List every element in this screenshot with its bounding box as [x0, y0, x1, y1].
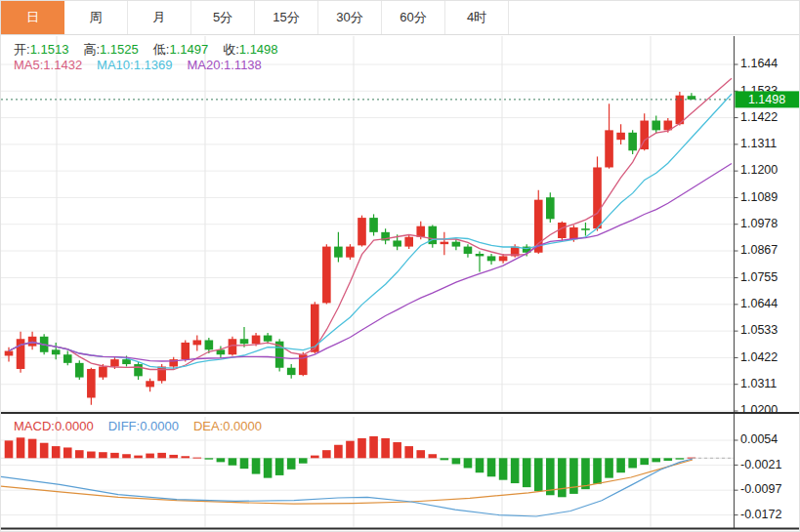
candle-body [181, 343, 189, 359]
macd-histogram-bar [287, 458, 296, 470]
price-axis-label: 1.0755 [740, 270, 778, 284]
macd-histogram-bar [346, 441, 355, 459]
macd-histogram-bar [452, 458, 461, 464]
ohlc-label: 高: [83, 42, 100, 57]
macd-histogram-bar [52, 446, 61, 458]
macd-value: 0.0000 [55, 419, 94, 433]
bottom-border [1, 528, 800, 530]
candle-body [476, 254, 484, 256]
last-price-badge-value: 1.1498 [748, 93, 785, 106]
macd-histogram-bar [240, 458, 249, 469]
macd-histogram-bar [217, 458, 226, 462]
ma-label: MA10: [97, 58, 134, 72]
pane-separator [1, 412, 800, 414]
macd-histogram-bar [487, 458, 496, 476]
candle-body [5, 351, 14, 356]
candle-body [441, 242, 449, 244]
macd-histogram-bar [275, 458, 284, 475]
macd-histogram-bar [676, 458, 685, 459]
candle-body [146, 381, 154, 387]
ohlc-item: 高:1.1525 [83, 42, 138, 57]
tab-5分[interactable]: 5分 [191, 1, 255, 34]
candle-body [487, 256, 496, 261]
macd-label: DEA: [193, 419, 223, 433]
tab-月[interactable]: 月 [128, 1, 191, 34]
macd-histogram-bar [616, 458, 625, 472]
tab-30分[interactable]: 30分 [318, 1, 382, 34]
macd-histogram-bar [17, 437, 25, 458]
ohlc-value: 1.1513 [30, 42, 69, 57]
candle-body [99, 367, 107, 378]
candle-body [52, 349, 61, 354]
macd-histogram-bar [381, 438, 390, 458]
macd-histogram-bar [5, 440, 14, 458]
candle-body [17, 339, 25, 369]
candle-body [628, 133, 637, 150]
macd-histogram-bar [40, 443, 49, 459]
candlestick-chart-app: 日周月5分15分30分60分4时 1.16441.15331.14221.131… [0, 0, 800, 532]
price-axis-label: 1.0978 [740, 217, 778, 230]
candle-body [75, 363, 84, 378]
candle-body [546, 197, 555, 219]
macd-histogram-bar [63, 447, 72, 458]
ma-item: MA20:1.1138 [187, 58, 261, 72]
macd-axis-label: 0.0054 [740, 432, 778, 446]
candle-body [63, 354, 72, 363]
macd-histogram-bar [534, 458, 543, 491]
ohlc-item: 开:1.1513 [14, 42, 68, 57]
macd-histogram-bar [110, 453, 119, 458]
tab-4时[interactable]: 4时 [445, 1, 509, 34]
macd-histogram-bar [569, 458, 578, 494]
macd-histogram-bar [311, 456, 319, 459]
tab-60分[interactable]: 60分 [382, 1, 445, 34]
macd-axis-label: -0.0097 [740, 482, 781, 496]
macd-axis-label: -0.0021 [740, 458, 781, 471]
candle-body [322, 247, 331, 304]
tab-日[interactable]: 日 [1, 1, 64, 34]
price-axis-label: 1.0533 [740, 323, 778, 337]
price-axis-label: 1.0422 [740, 350, 778, 364]
ohlc-label: 低: [153, 42, 170, 57]
candle-body [605, 130, 613, 167]
ohlc-legend: 开:1.1513高:1.1525低:1.1497收:1.1498 [14, 41, 293, 59]
macd-histogram-bar [476, 458, 484, 472]
macd-histogram-bar [134, 456, 143, 459]
candle-body [652, 121, 660, 131]
macd-histogram-bar [181, 456, 189, 458]
candle-body [157, 367, 166, 382]
macd-histogram-bar [146, 454, 154, 459]
tab-15分[interactable]: 15分 [255, 1, 318, 34]
macd-label: MACD: [14, 419, 55, 433]
macd-histogram-bar [499, 458, 508, 479]
candle-body [240, 339, 249, 344]
tab-周[interactable]: 周 [64, 1, 128, 34]
price-axis-label: 1.0200 [740, 403, 778, 417]
candle-body [358, 218, 366, 245]
candle-body [252, 336, 261, 345]
ohlc-label: 开: [14, 42, 30, 57]
ma-item: MA10:1.1369 [97, 58, 172, 72]
candle-body [205, 340, 214, 349]
macd-value: 0.0000 [140, 419, 179, 433]
macd-item: DEA:0.0000 [193, 419, 262, 433]
price-macd-chart[interactable]: 1.16441.15331.14221.13111.12001.10891.09… [1, 1, 800, 532]
ma-item: MA5:1.1432 [14, 58, 82, 72]
macd-histogram-bar [99, 452, 107, 458]
ma-label: MA20: [187, 58, 224, 72]
candle-body [616, 133, 625, 140]
macd-item: DIFF:0.0000 [108, 419, 179, 433]
macd-histogram-bar [581, 458, 590, 489]
candle-body [404, 237, 413, 247]
candle-body [134, 364, 143, 376]
macd-histogram-bar [169, 455, 178, 458]
macd-histogram-bar [464, 458, 473, 468]
candle-body [581, 228, 590, 230]
macd-histogram-bar [404, 446, 413, 458]
macd-histogram-bar [157, 453, 166, 458]
macd-histogram-bar [558, 458, 567, 497]
candle-body [452, 242, 461, 247]
macd-histogram-bar [193, 458, 202, 459]
macd-histogram-bar [523, 458, 531, 487]
candle-body [369, 218, 378, 232]
price-axis-label: 1.0867 [740, 243, 778, 257]
